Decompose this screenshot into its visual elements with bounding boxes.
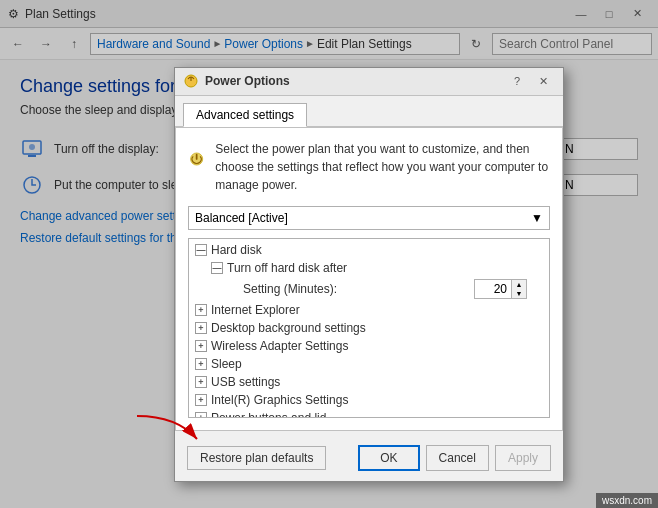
plan-settings-window: ⚙ Plan Settings — □ ✕ ← → ↑ Hardware and…: [0, 0, 658, 508]
spin-up-button[interactable]: ▲: [512, 280, 526, 289]
tree-item-sleep[interactable]: + Sleep: [191, 355, 547, 373]
hdd-minutes-input[interactable]: [475, 280, 511, 298]
svg-rect-6: [196, 153, 198, 159]
modal-power-icon: [183, 73, 199, 89]
wsxdn-badge: wsxdn.com: [596, 493, 658, 508]
tree-expand-wireless[interactable]: +: [195, 340, 207, 352]
power-plan-dropdown[interactable]: Balanced [Active] ▼: [188, 206, 550, 230]
restore-arrow-annotation: [127, 411, 207, 451]
cancel-button[interactable]: Cancel: [426, 445, 489, 471]
modal-info-text: Select the power plan that you want to c…: [215, 140, 550, 194]
dropdown-arrow-icon: ▼: [531, 211, 543, 225]
tree-expand-intel[interactable]: +: [195, 394, 207, 406]
modal-actions: Restore plan defaults OK Cancel Apply: [175, 439, 563, 481]
tree-item-intel-graphics[interactable]: + Intel(R) Graphics Settings: [191, 391, 547, 409]
tree-item-turn-off-hdd[interactable]: — Turn off hard disk after: [207, 259, 547, 277]
restore-section: Restore plan defaults: [187, 446, 326, 470]
apply-button[interactable]: Apply: [495, 445, 551, 471]
modal-controls: ? ✕: [505, 71, 555, 91]
tree-item-power-buttons[interactable]: + Power buttons and lid: [191, 409, 547, 418]
modal-title-bar: Power Options ? ✕: [175, 68, 563, 96]
tree-item-desktop-bg[interactable]: + Desktop background settings: [191, 319, 547, 337]
modal-overlay: Power Options ? ✕ Advanced settings: [0, 0, 658, 508]
tree-expand-usb[interactable]: +: [195, 376, 207, 388]
modal-help-button[interactable]: ?: [505, 71, 529, 91]
power-settings-tree[interactable]: — Hard disk — Turn off hard disk after S…: [188, 238, 550, 418]
tree-expand-desktop-bg[interactable]: +: [195, 322, 207, 334]
modal-close-button[interactable]: ✕: [531, 71, 555, 91]
tree-expand-sleep[interactable]: +: [195, 358, 207, 370]
tab-advanced-settings[interactable]: Advanced settings: [183, 103, 307, 127]
spin-down-button[interactable]: ▼: [512, 289, 526, 298]
ok-button[interactable]: OK: [358, 445, 419, 471]
tree-expand-ie[interactable]: +: [195, 304, 207, 316]
tree-item-hdd-setting: Setting (Minutes): ▲ ▼: [191, 277, 547, 301]
power-options-modal: Power Options ? ✕ Advanced settings: [174, 67, 564, 482]
tree-expand-turn-off-hdd[interactable]: —: [211, 262, 223, 274]
power-options-icon: [188, 140, 205, 178]
tree-item-usb[interactable]: + USB settings: [191, 373, 547, 391]
tree-expand-hard-disk[interactable]: —: [195, 244, 207, 256]
restore-plan-defaults-button[interactable]: Restore plan defaults: [187, 446, 326, 470]
tree-item-internet-explorer[interactable]: + Internet Explorer: [191, 301, 547, 319]
modal-tabs: Advanced settings: [175, 96, 563, 127]
tree-item-hard-disk[interactable]: — Hard disk: [191, 241, 547, 259]
modal-tab-content: Select the power plan that you want to c…: [175, 127, 563, 431]
hdd-minutes-spinbox[interactable]: ▲ ▼: [474, 279, 527, 299]
modal-title-left: Power Options: [183, 73, 290, 89]
modal-body: Advanced settings Select the power plan …: [175, 96, 563, 481]
modal-title-text: Power Options: [205, 74, 290, 88]
ok-cancel-apply-buttons: OK Cancel Apply: [358, 445, 551, 471]
spin-buttons: ▲ ▼: [511, 280, 526, 298]
modal-info-row: Select the power plan that you want to c…: [188, 140, 550, 194]
tree-item-wireless[interactable]: + Wireless Adapter Settings: [191, 337, 547, 355]
